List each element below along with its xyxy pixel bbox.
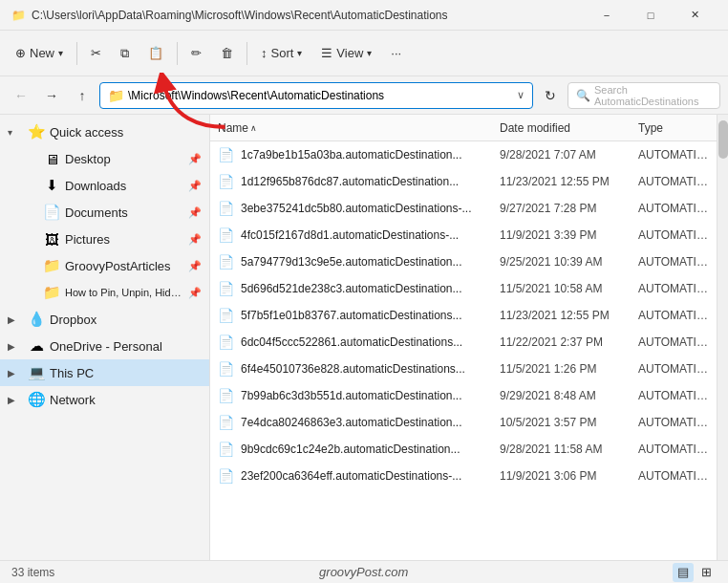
pictures-pin-icon: 📌 (188, 233, 202, 246)
table-row[interactable]: 📄 7e4dca80246863e3.automaticDestination.… (210, 409, 717, 436)
file-name: 5d696d521de238c3.automaticDestination... (241, 282, 500, 295)
more-button[interactable]: ··· (383, 37, 409, 70)
table-row[interactable]: 📄 1d12f965b876dc87.automaticDestination.… (210, 168, 717, 195)
sidebar-item-dropbox[interactable]: ▶ 💧 Dropbox (0, 306, 209, 333)
main-layout: ▾ ⭐ Quick access 🖥 Desktop 📌 ⬇ Downloads… (0, 115, 728, 560)
cut-icon: ✂ (91, 46, 101, 60)
scrollbar[interactable] (717, 115, 728, 560)
file-name: 5f7b5f1e01b83767.automaticDestinations..… (241, 309, 500, 322)
sort-button[interactable]: ↕ Sort ▾ (253, 37, 310, 70)
documents-pin-icon: 📌 (188, 206, 202, 219)
table-row[interactable]: 📄 5f7b5f1e01b83767.automaticDestinations… (210, 302, 717, 329)
file-date: 11/23/2021 12:55 PM (500, 309, 638, 322)
sidebar-item-quick-access[interactable]: ▾ ⭐ Quick access (0, 119, 209, 145)
sidebar-item-thispc[interactable]: ▶ 💻 This PC (0, 359, 209, 386)
details-view-button[interactable]: ▤ (673, 563, 694, 582)
copy-button[interactable]: ⧉ (113, 37, 137, 70)
sidebar-item-onedrive[interactable]: ▶ ☁ OneDrive - Personal (0, 333, 209, 359)
file-type-icon: 📄 (218, 361, 237, 377)
address-box[interactable]: 📁 \Microsoft\Windows\Recent\AutomaticDes… (99, 82, 533, 109)
file-type-icon: 📄 (218, 335, 237, 350)
sidebar-item-pictures[interactable]: 🖼 Pictures 📌 (0, 226, 209, 252)
view-chevron-icon: ▾ (367, 48, 372, 58)
back-button[interactable]: ← (8, 82, 34, 109)
more-icon: ··· (391, 46, 401, 60)
paste-button[interactable]: 📋 (140, 37, 171, 70)
sidebar-item-network[interactable]: ▶ 🌐 Network (0, 386, 209, 413)
file-date: 9/28/2021 7:07 AM (500, 148, 638, 162)
groovy-icon: 📁 (42, 257, 61, 274)
sidebar-item-howto[interactable]: 📁 How to Pin, Unpin, Hide, and Re 📌 (0, 279, 209, 306)
thispc-label: This PC (50, 366, 202, 380)
thispc-expand-icon: ▶ (8, 368, 23, 378)
sidebar-item-downloads[interactable]: ⬇ Downloads 📌 (0, 172, 209, 199)
delete-button[interactable]: 🗑 (213, 37, 241, 70)
sidebar-item-desktop[interactable]: 🖥 Desktop 📌 (0, 145, 209, 172)
sidebar-item-groovy[interactable]: 📁 GroovyPostArticles 📌 (0, 252, 209, 279)
file-date: 9/25/2021 10:39 AM (500, 255, 638, 269)
minimize-button[interactable]: − (585, 0, 629, 31)
close-button[interactable]: ✕ (673, 0, 717, 31)
table-row[interactable]: 📄 3ebe375241dc5b80.automaticDestinations… (210, 195, 717, 222)
file-type: AUTOMATICDEST (638, 148, 709, 162)
cut-button[interactable]: ✂ (83, 37, 109, 70)
howto-icon: 📁 (42, 284, 61, 301)
file-type-icon: 📄 (218, 254, 237, 270)
sidebar-item-documents[interactable]: 📄 Documents 📌 (0, 199, 209, 226)
table-row[interactable]: 📄 9b9cdc69c1c24e2b.automaticDestination.… (210, 436, 717, 463)
file-type: AUTOMATICDEST (638, 469, 709, 483)
status-bar: 33 items groovyPost.com ▤ ⊞ (0, 560, 728, 583)
table-row[interactable]: 📄 5a794779d13c9e5e.automaticDestination.… (210, 248, 717, 275)
table-row[interactable]: 📄 6dc04f5ccc522861.automaticDestinations… (210, 329, 717, 356)
tiles-view-button[interactable]: ⊞ (696, 563, 717, 582)
table-row[interactable]: 📄 5d696d521de238c3.automaticDestination.… (210, 275, 717, 302)
file-type-icon: 📄 (218, 468, 237, 484)
table-row[interactable]: 📄 23ef200ca6364eff.automaticDestinations… (210, 463, 717, 489)
file-date: 10/5/2021 3:57 PM (500, 416, 638, 429)
title-bar: 📁 C:\Users\lori\AppData\Roaming\Microsof… (0, 0, 728, 31)
table-row[interactable]: 📄 6f4e45010736e828.automaticDestinations… (210, 356, 717, 382)
forward-button[interactable]: → (38, 82, 65, 109)
toolbar-separator-3 (246, 42, 247, 65)
address-text: \Microsoft\Windows\Recent\AutomaticDesti… (128, 89, 513, 102)
file-name: 7e4dca80246863e3.automaticDestination... (241, 416, 500, 429)
onedrive-label: OneDrive - Personal (50, 339, 202, 354)
file-date: 9/29/2021 8:48 AM (500, 389, 638, 402)
file-type-icon: 📄 (218, 174, 237, 189)
table-row[interactable]: 📄 7b99ab6c3d3b551d.automaticDestination.… (210, 382, 717, 409)
col-header-date[interactable]: Date modified (500, 121, 638, 135)
new-button[interactable]: ⊕ New ▾ (8, 37, 71, 70)
file-type-icon: 📄 (218, 388, 237, 403)
status-site: groovyPost.com (319, 565, 408, 579)
col-header-name[interactable]: Name ∧ (218, 121, 500, 135)
table-row[interactable]: 📄 1c7a9be1b15a03ba.automaticDestination.… (210, 141, 717, 168)
file-type: AUTOMATICDEST (638, 416, 709, 429)
file-date: 9/28/2021 11:58 AM (500, 443, 638, 456)
rename-icon: ✏ (191, 46, 202, 60)
network-expand-icon: ▶ (8, 395, 23, 405)
file-type: AUTOMATICDEST (638, 175, 709, 188)
table-row[interactable]: 📄 4fc015f2167d8d1.automaticDestinations-… (210, 222, 717, 248)
refresh-button[interactable]: ↻ (537, 82, 564, 109)
up-button[interactable]: ↑ (69, 82, 96, 109)
address-folder-icon: 📁 (108, 88, 124, 103)
file-name: 1c7a9be1b15a03ba.automaticDestination... (241, 148, 500, 162)
pictures-label: Pictures (65, 232, 184, 247)
col-header-type[interactable]: Type (638, 121, 709, 135)
file-name: 5a794779d13c9e5e.automaticDestination... (241, 255, 500, 269)
quick-access-icon: ⭐ (27, 123, 46, 140)
toolbar: ⊕ New ▾ ✂ ⧉ 📋 ✏ 🗑 ↕ Sort ▾ ☰ View ▾ (0, 31, 728, 76)
rename-button[interactable]: ✏ (183, 37, 209, 70)
search-box[interactable]: 🔍 Search AutomaticDestinations (567, 82, 720, 109)
file-type: AUTOMATICDEST (638, 335, 709, 349)
file-date: 11/9/2021 3:39 PM (500, 228, 638, 242)
view-icon: ☰ (321, 46, 332, 60)
maximize-button[interactable]: □ (629, 0, 673, 31)
file-type: AUTOMATICDEST (638, 362, 709, 376)
scroll-thumb[interactable] (718, 120, 728, 159)
address-chevron-icon[interactable]: ∨ (517, 89, 525, 101)
view-button[interactable]: ☰ View ▾ (313, 37, 379, 70)
sort-arrow-icon: ∧ (250, 123, 257, 133)
file-date: 11/23/2021 12:55 PM (500, 175, 638, 188)
desktop-label: Desktop (65, 152, 184, 166)
